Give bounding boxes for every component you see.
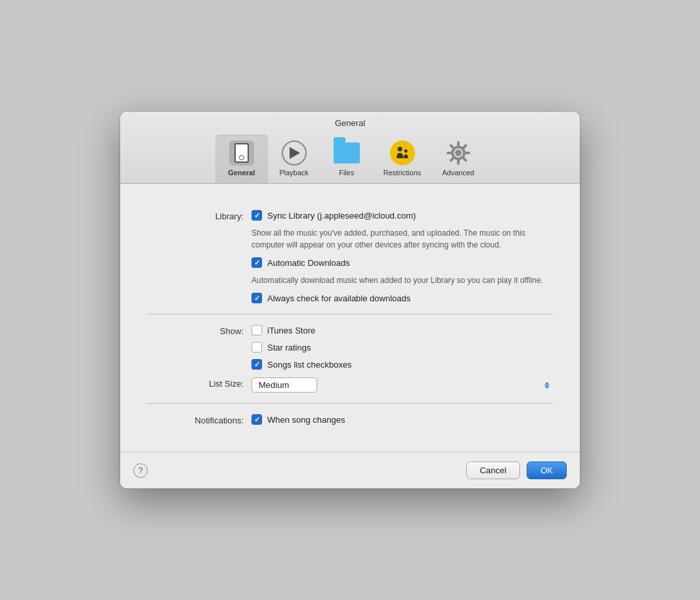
list-size-select[interactable]: Small Medium Large (252, 377, 317, 393)
tab-general-label: General (228, 169, 255, 177)
restrictions-icon (389, 140, 416, 166)
itunes-store-label: iTunes Store (267, 326, 315, 335)
button-group: Cancel OK (466, 461, 567, 479)
songs-checkboxes-label: Songs list checkboxes (267, 360, 352, 370)
tab-playback-label: Playback (279, 169, 309, 177)
svg-point-0 (397, 147, 402, 152)
always-check-label: Always check for available downloads (267, 293, 410, 303)
preferences-window: General General Playback (120, 112, 580, 488)
always-check-checkbox[interactable] (252, 293, 262, 303)
auto-downloads-description: Automatically download music when added … (252, 274, 554, 286)
sync-library-checkbox[interactable] (252, 210, 262, 221)
tab-general[interactable]: General (215, 135, 268, 183)
svg-line-8 (450, 146, 452, 148)
content-area: Library: Sync Library (j.appleseed@iclou… (120, 184, 580, 452)
svg-line-10 (450, 159, 452, 161)
star-ratings-label: Star ratings (267, 343, 311, 353)
song-changes-checkbox[interactable] (252, 414, 262, 425)
help-button[interactable]: ? (133, 463, 148, 478)
auto-downloads-checkbox[interactable] (252, 257, 262, 268)
show-label: Show: (146, 325, 252, 336)
cancel-button[interactable]: Cancel (466, 461, 520, 479)
title-bar: General General Playback (120, 112, 580, 184)
notifications-label: Notifications: (146, 414, 252, 425)
show-section: Show: iTunes Store Star ratings Songs li… (146, 314, 554, 404)
general-icon (229, 140, 255, 166)
tab-restrictions-label: Restrictions (383, 169, 421, 177)
songs-checkboxes-row: Songs list checkboxes (252, 359, 554, 370)
sync-description: Show all the music you've added, purchas… (252, 227, 554, 251)
playback-icon (281, 140, 307, 166)
svg-point-2 (455, 150, 462, 156)
library-sync-row: Library: Sync Library (j.appleseed@iclou… (146, 210, 554, 303)
list-size-label: List Size: (146, 377, 252, 389)
notifications-section: Notifications: When song changes (146, 404, 554, 436)
notifications-row: Notifications: When song changes (146, 414, 554, 425)
list-size-content: Small Medium Large (252, 377, 554, 393)
sync-library-label: Sync Library (j.appleseed@icloud.com) (267, 211, 416, 221)
library-label: Library: (146, 210, 252, 221)
auto-downloads-label: Automatic Downloads (267, 258, 350, 268)
tab-restrictions[interactable]: Restrictions (373, 135, 431, 183)
tab-advanced-label: Advanced (442, 169, 474, 177)
itunes-store-row: iTunes Store (252, 325, 554, 335)
svg-line-11 (464, 146, 466, 148)
always-check-row: Always check for available downloads (252, 293, 554, 303)
library-section: Library: Sync Library (j.appleseed@iclou… (146, 200, 554, 314)
show-content: iTunes Store Star ratings Songs list che… (252, 325, 554, 370)
library-content: Sync Library (j.appleseed@icloud.com) Sh… (252, 210, 554, 303)
list-size-row: List Size: Small Medium Large (146, 377, 554, 393)
song-changes-row: When song changes (252, 414, 554, 425)
star-ratings-checkbox[interactable] (252, 342, 262, 353)
tab-files-label: Files (339, 169, 354, 177)
advanced-icon (445, 140, 471, 166)
notifications-content: When song changes (252, 414, 554, 425)
toolbar: General Playback Files (120, 135, 580, 183)
list-size-dropdown-container: Small Medium Large (252, 377, 554, 393)
tab-advanced[interactable]: Advanced (431, 135, 485, 183)
song-changes-label: When song changes (267, 415, 345, 425)
bottom-bar: ? Cancel OK (120, 452, 580, 488)
sync-library-row: Sync Library (j.appleseed@icloud.com) (252, 210, 554, 221)
svg-line-9 (464, 159, 466, 161)
dropdown-arrow-icon (544, 381, 550, 389)
tab-files[interactable]: Files (320, 135, 373, 183)
itunes-store-checkbox[interactable] (252, 325, 262, 335)
ok-button[interactable]: OK (527, 461, 567, 479)
files-icon (334, 140, 360, 166)
svg-point-1 (404, 150, 407, 153)
window-title: General (120, 118, 580, 128)
songs-checkboxes-checkbox[interactable] (252, 359, 262, 370)
auto-downloads-row: Automatic Downloads (252, 257, 554, 268)
show-row: Show: iTunes Store Star ratings Songs li… (146, 325, 554, 370)
tab-playback[interactable]: Playback (268, 135, 320, 183)
star-ratings-row: Star ratings (252, 342, 554, 353)
